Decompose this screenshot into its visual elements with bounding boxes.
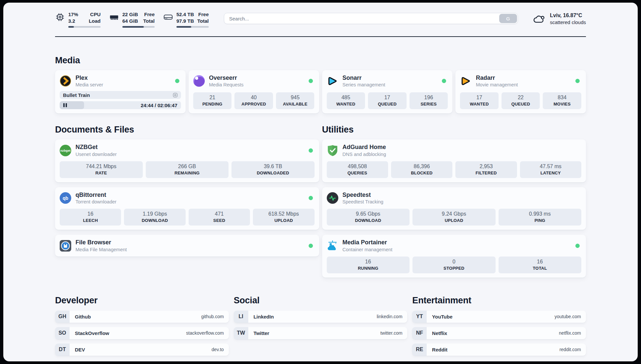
- adguard-icon: [327, 145, 338, 156]
- bookmark-url: dev.to: [212, 347, 224, 352]
- stat-queued: 17QUEUED: [368, 92, 407, 109]
- app-card-speedtest[interactable]: Speedtest Speedtest Tracking 9.65 GbpsDO…: [322, 187, 586, 230]
- top-bar: 17%CPU 3.2Load 22 GiBFree 64 GiBTotal: [55, 3, 586, 28]
- section-title-documents: Documents & Files: [55, 125, 319, 135]
- bookmark-linkedin[interactable]: LI LinkedIn linkedin.com: [234, 311, 408, 323]
- bookmark-url: github.com: [201, 314, 224, 319]
- playback-progress-bar: 24:44 / 02:06:47: [60, 101, 181, 109]
- app-card-overseerr[interactable]: Overseerr Media Requests 21PENDING 40APP…: [189, 70, 319, 114]
- cpu-stats: 17%CPU 3.2Load: [55, 11, 101, 28]
- search-engine-button[interactable]: G: [499, 14, 517, 23]
- app-name: File Browser: [76, 239, 304, 246]
- app-subtitle: Series management: [343, 82, 438, 87]
- status-dot: [309, 148, 313, 153]
- disk-icon: [163, 12, 173, 22]
- bookmark-group-developer: Developer GH Github github.com SO StackO…: [55, 295, 229, 356]
- app-card-sonarr[interactable]: Sonarr Series management 485WANTED 17QUE…: [322, 70, 453, 114]
- speedtest-icon: [327, 192, 338, 204]
- bookmark-stackoverflow[interactable]: SO StackOverflow stackoverflow.com: [55, 327, 229, 339]
- bookmark-url: netflix.com: [559, 330, 581, 336]
- app-subtitle: Usenet downloader: [76, 152, 304, 157]
- stat-leech: 16LEECH: [60, 209, 121, 226]
- bookmark-github[interactable]: GH Github github.com: [55, 311, 229, 323]
- bookmark-netflix[interactable]: NF Netflix netflix.com: [412, 327, 586, 339]
- bookmark-abbr: DT: [55, 344, 70, 356]
- stat-queued: 22QUEUED: [502, 92, 540, 109]
- app-subtitle: Container management: [343, 247, 571, 252]
- portainer-icon: [327, 240, 338, 252]
- ram-total-label: Total: [143, 18, 155, 24]
- disk-progress-fill: [176, 26, 191, 28]
- plex-icon: [60, 75, 71, 87]
- stat-stopped: 0STOPPED: [412, 257, 496, 273]
- playback-time: 24:44 / 02:06:47: [141, 101, 177, 109]
- stat-approved: 40APPROVED: [234, 92, 273, 109]
- app-name: Overseerr: [209, 75, 304, 81]
- app-name: Media Portainer: [343, 239, 571, 246]
- search-input[interactable]: [224, 13, 518, 24]
- radarr-icon: [460, 75, 472, 87]
- stat-running: 16RUNNING: [327, 257, 410, 273]
- stat-upload: 618.52 MbpsUPLOAD: [253, 209, 314, 226]
- status-dot: [442, 79, 446, 83]
- now-playing-icon: [173, 93, 178, 98]
- bookmark-abbr: LI: [234, 311, 248, 323]
- bookmark-reddit[interactable]: RE Reddit reddit.com: [412, 344, 586, 356]
- app-subtitle: DNS and adblocking: [343, 152, 582, 157]
- app-card-adguard[interactable]: AdGuard Home DNS and adblocking 498,508Q…: [322, 139, 586, 182]
- bookmark-url: linkedin.com: [377, 314, 403, 319]
- bookmark-youtube[interactable]: YT YouTube youtube.com: [412, 311, 586, 323]
- status-dot: [575, 79, 580, 83]
- cpu-label: CPU: [90, 11, 101, 18]
- app-card-plex[interactable]: Plex Media server Bullet Train 24:44 / 0…: [55, 70, 186, 114]
- app-card-qbittorrent[interactable]: qb qBittorrent Torrent downloader 16LEEC…: [55, 187, 319, 230]
- app-name: Speedtest: [343, 192, 582, 198]
- section-title-developer: Developer: [55, 295, 229, 306]
- stat-seed: 471SEED: [189, 209, 250, 226]
- section-title-entertainment: Entertainment: [412, 295, 586, 306]
- now-playing-row: Bullet Train: [60, 91, 181, 99]
- section-title-media: Media: [55, 55, 586, 66]
- stat-rate: 744.21 MbpsRATE: [60, 161, 143, 178]
- bookmark-abbr: TW: [234, 327, 248, 339]
- app-name: AdGuard Home: [343, 144, 582, 151]
- bookmark-url: youtube.com: [555, 314, 581, 319]
- stat-downloaded: 39.6 TBDOWNLOADED: [231, 161, 315, 178]
- app-card-portainer[interactable]: Media Portainer Container management 16R…: [322, 235, 586, 277]
- stat-filtered: 2,953FILTERED: [455, 161, 517, 178]
- stat-latency: 47.57 msLATENCY: [520, 161, 581, 178]
- section-documents: Documents & Files nzbget NZBGet Usenet d…: [55, 125, 319, 277]
- bookmark-name: Reddit: [432, 347, 447, 352]
- app-subtitle: Torrent downloader: [76, 199, 304, 204]
- app-subtitle: Media Requests: [209, 82, 304, 87]
- bookmark-url: reddit.com: [560, 347, 581, 352]
- app-name: Radarr: [476, 75, 571, 81]
- stat-download: 1.19 GbpsDOWNLOAD: [124, 209, 185, 226]
- dashboard-page: 17%CPU 3.2Load 22 GiBFree 64 GiBTotal: [3, 3, 638, 361]
- cpu-progress-fill: [68, 26, 74, 28]
- section-utilities: Utilities AdGuard Home DNS and adblockin…: [322, 125, 586, 277]
- app-subtitle: Speedtest Tracking: [343, 199, 582, 204]
- topbar-divider: [55, 36, 586, 37]
- bookmark-dev[interactable]: DT DEV dev.to: [55, 344, 229, 356]
- ram-progress-track: [122, 26, 155, 28]
- bookmark-name: StackOverflow: [75, 330, 109, 336]
- nzbget-icon: nzbget: [60, 145, 71, 156]
- app-card-filebrowser[interactable]: File Browser Media File Management: [55, 235, 319, 257]
- stat-available: 945AVAILABLE: [276, 92, 315, 109]
- status-dot: [309, 79, 313, 83]
- media-grid: Plex Media server Bullet Train 24:44 / 0…: [55, 70, 586, 114]
- app-name: Plex: [76, 75, 171, 81]
- bookmark-url: twitter.com: [380, 330, 402, 336]
- cpu-progress-track: [68, 26, 101, 28]
- stat-wanted: 17WANTED: [460, 92, 499, 109]
- weather-location-temp: Lviv, 16.87°C: [550, 12, 586, 19]
- ram-total: 64 GiB: [122, 18, 138, 24]
- stat-total: 16TOTAL: [499, 257, 582, 273]
- app-name: qBittorrent: [76, 192, 304, 198]
- app-card-nzbget[interactable]: nzbget NZBGet Usenet downloader 744.21 M…: [55, 139, 319, 182]
- bookmark-url: stackoverflow.com: [186, 330, 224, 336]
- bookmark-abbr: GH: [55, 311, 70, 323]
- app-card-radarr[interactable]: Radarr Movie management 17WANTED 22QUEUE…: [455, 70, 586, 114]
- bookmark-twitter[interactable]: TW Twitter twitter.com: [234, 327, 408, 339]
